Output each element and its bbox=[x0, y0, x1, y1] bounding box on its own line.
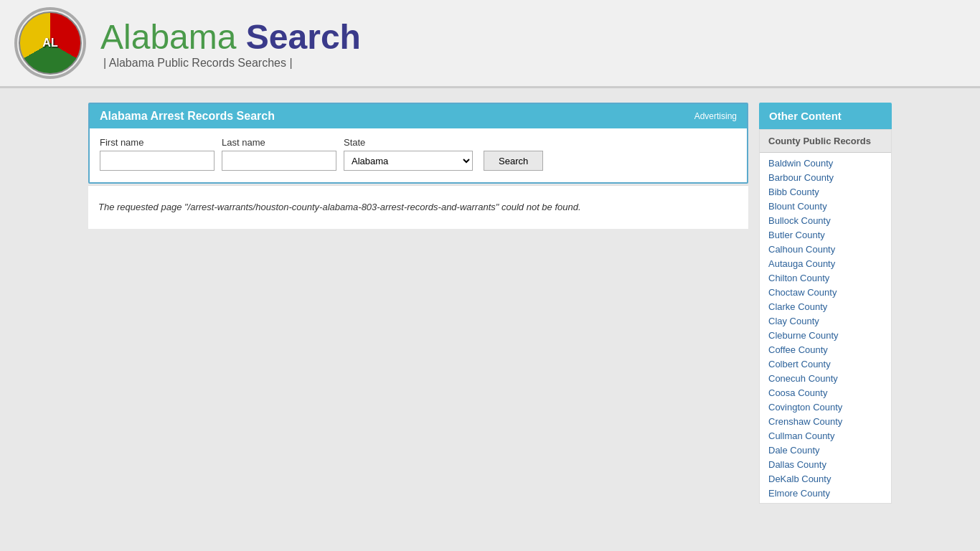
county-link[interactable]: Bullock County bbox=[768, 215, 831, 226]
site-logo bbox=[14, 7, 86, 79]
last-name-input[interactable] bbox=[222, 151, 336, 171]
list-item: Calhoun County bbox=[760, 242, 891, 256]
county-link[interactable]: Covington County bbox=[768, 402, 842, 413]
county-link[interactable]: Dale County bbox=[768, 445, 820, 456]
last-name-label: Last name bbox=[222, 137, 336, 148]
state-group: State AlabamaAlaskaArizonaArkansasCalifo… bbox=[344, 137, 473, 171]
first-name-label: First name bbox=[100, 137, 215, 148]
county-records-header: County Public Records bbox=[760, 130, 891, 153]
list-item: Barbour County bbox=[760, 170, 891, 184]
list-item: Cullman County bbox=[760, 428, 891, 443]
sidebar: Other Content County Public Records Bald… bbox=[759, 103, 892, 504]
county-link[interactable]: Cleburne County bbox=[768, 330, 839, 341]
county-link[interactable]: Cullman County bbox=[768, 430, 835, 441]
county-link[interactable]: Conecuh County bbox=[768, 373, 838, 384]
county-link[interactable]: Elmore County bbox=[768, 488, 830, 499]
site-name-bold: Search bbox=[246, 18, 361, 56]
error-area: The requested page "/arrest-warrants/hou… bbox=[88, 185, 748, 229]
county-link[interactable]: Blount County bbox=[768, 201, 827, 212]
county-link[interactable]: Clay County bbox=[768, 316, 819, 326]
list-item: Bibb County bbox=[760, 184, 891, 199]
first-name-group: First name bbox=[100, 137, 215, 171]
site-header: Alabama Search | Alabama Public Records … bbox=[0, 0, 980, 88]
last-name-group: Last name bbox=[222, 137, 336, 171]
county-link[interactable]: Butler County bbox=[768, 230, 825, 240]
site-subtitle: | Alabama Public Records Searches | bbox=[103, 57, 361, 70]
county-link[interactable]: Autauga County bbox=[768, 258, 835, 269]
list-item: DeKalb County bbox=[760, 471, 891, 486]
search-form-area: First name Last name State AlabamaAlaska… bbox=[90, 128, 747, 182]
county-link[interactable]: Choctaw County bbox=[768, 287, 837, 298]
search-fields: First name Last name State AlabamaAlaska… bbox=[100, 137, 737, 171]
county-link[interactable]: Barbour County bbox=[768, 172, 834, 183]
list-item: Autauga County bbox=[760, 256, 891, 270]
search-button[interactable]: Search bbox=[484, 151, 543, 171]
list-item: Dale County bbox=[760, 443, 891, 457]
list-item: Clarke County bbox=[760, 299, 891, 314]
search-box: Alabama Arrest Records Search Advertisin… bbox=[88, 103, 748, 184]
list-item: Crenshaw County bbox=[760, 414, 891, 428]
county-link[interactable]: Coffee County bbox=[768, 344, 828, 355]
list-item: Choctaw County bbox=[760, 285, 891, 299]
county-link[interactable]: Chilton County bbox=[768, 273, 829, 283]
list-item: Bullock County bbox=[760, 213, 891, 227]
list-item: Blount County bbox=[760, 199, 891, 213]
site-title-block: Alabama Search | Alabama Public Records … bbox=[100, 17, 361, 70]
logo-emblem bbox=[19, 11, 82, 75]
county-link[interactable]: DeKalb County bbox=[768, 474, 831, 484]
county-link[interactable]: Coosa County bbox=[768, 387, 827, 398]
list-item: Chilton County bbox=[760, 270, 891, 285]
content-area: Alabama Arrest Records Search Advertisin… bbox=[88, 103, 748, 504]
list-item: Covington County bbox=[760, 400, 891, 414]
list-item: Clay County bbox=[760, 314, 891, 328]
list-item: Conecuh County bbox=[760, 371, 891, 385]
county-link[interactable]: Baldwin County bbox=[768, 158, 833, 169]
county-link[interactable]: Dallas County bbox=[768, 459, 826, 470]
site-name-thin: Alabama bbox=[100, 18, 236, 56]
main-wrapper: Alabama Arrest Records Search Advertisin… bbox=[81, 103, 899, 504]
county-list: Baldwin CountyBarbour CountyBibb CountyB… bbox=[760, 153, 891, 503]
list-item: Colbert County bbox=[760, 357, 891, 371]
other-content-header: Other Content bbox=[759, 103, 892, 129]
list-item: Cleburne County bbox=[760, 328, 891, 342]
list-item: Coffee County bbox=[760, 342, 891, 357]
county-link[interactable]: Bibb County bbox=[768, 187, 819, 197]
county-link[interactable]: Colbert County bbox=[768, 359, 831, 369]
first-name-input[interactable] bbox=[100, 151, 215, 171]
site-name: Alabama Search bbox=[100, 17, 361, 57]
error-message: The requested page "/arrest-warrants/hou… bbox=[98, 200, 738, 215]
state-select[interactable]: AlabamaAlaskaArizonaArkansasCaliforniaCo… bbox=[344, 151, 473, 171]
search-header: Alabama Arrest Records Search Advertisin… bbox=[90, 104, 747, 128]
list-item: Elmore County bbox=[760, 486, 891, 500]
state-label: State bbox=[344, 137, 473, 148]
list-item: Baldwin County bbox=[760, 156, 891, 170]
list-item: Coosa County bbox=[760, 385, 891, 400]
county-records-section: County Public Records Baldwin CountyBarb… bbox=[759, 129, 892, 504]
county-link[interactable]: Calhoun County bbox=[768, 244, 835, 255]
list-item: Dallas County bbox=[760, 457, 891, 471]
list-item: Butler County bbox=[760, 227, 891, 242]
county-link[interactable]: Clarke County bbox=[768, 301, 827, 312]
advertising-label: Advertising bbox=[694, 111, 737, 121]
search-title: Alabama Arrest Records Search bbox=[100, 110, 275, 123]
county-link[interactable]: Crenshaw County bbox=[768, 416, 842, 427]
